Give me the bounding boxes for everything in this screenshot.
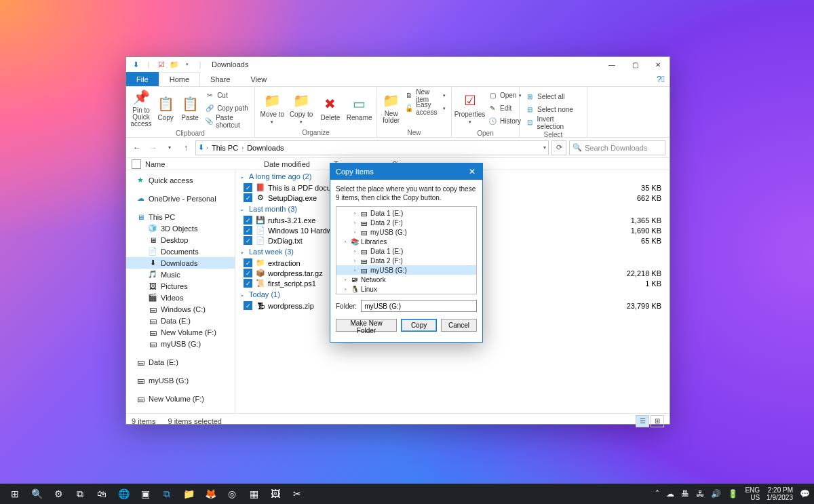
tree-node[interactable]: ›🖴myUSB (G:) [336,265,476,275]
search-input[interactable]: 🔍 Search Downloads [569,140,665,155]
new-item-button[interactable]: 🗎New item▾ [404,90,447,101]
tree-node[interactable]: ›🖴Data 1 (E:) [336,208,476,218]
nav-downloads[interactable]: ⬇Downloads [126,257,235,269]
close-button[interactable]: ✕ [646,57,670,72]
file-checkbox[interactable]: ✓ [244,269,252,277]
tree-node[interactable]: ›📚Libraries [336,237,476,246]
chrome-button[interactable]: ◎ [221,484,243,504]
taskview-button[interactable]: ⧉ [69,484,91,504]
titlebar[interactable]: ⬇ | ☑ 📁 ▾ | Downloads — ▢ ✕ [126,57,670,72]
qat-down-icon[interactable]: ⬇ [130,58,142,71]
tray-network-icon[interactable]: 🖧 [696,489,704,499]
expand-icon[interactable]: › [342,239,349,245]
nav-quick-access[interactable]: ★Quick access [126,174,235,186]
delete-button[interactable]: ✖Delete [316,88,345,128]
file-checkbox[interactable]: ✓ [244,301,252,310]
tab-home[interactable]: Home [159,72,200,86]
recent-button[interactable]: ▾ [163,141,176,155]
col-name[interactable]: Name [145,160,264,168]
file-checkbox[interactable]: ✓ [244,216,252,225]
tree-node[interactable]: ›🖳Network [336,275,476,284]
nav-onedrive[interactable]: ☁OneDrive - Personal [126,193,235,204]
make-new-folder-button[interactable]: Make New Folder [336,319,397,332]
back-button[interactable]: ← [130,141,144,155]
paste-shortcut-button[interactable]: 📎Paste shortcut [204,115,250,127]
nav-data-e[interactable]: 🖴Data (E:) [126,356,235,368]
copy-button[interactable]: 📋Copy [153,88,178,128]
expand-icon[interactable]: › [351,210,358,216]
view-details-button[interactable]: ☰ [636,415,649,427]
folder-tree[interactable]: ›🖴Data 1 (E:)›🖴Data 2 (F:)›🖴myUSB (G:)›📚… [336,206,477,294]
expand-icon[interactable]: › [342,277,349,283]
qat-dd-icon[interactable]: ▾ [181,58,193,71]
expand-icon[interactable]: › [351,220,358,226]
dialog-titlebar[interactable]: Copy Items ✕ [330,163,482,180]
tray-battery-icon[interactable]: 🔋 [728,489,738,499]
rename-button[interactable]: ▭Rename [345,88,374,128]
crumb-this-pc[interactable]: This PC [210,144,239,152]
store-button[interactable]: 🛍 [91,484,113,504]
tree-node[interactable]: ›🖴Data 2 (F:) [336,218,476,227]
paste-button[interactable]: 📋Paste [178,88,202,128]
start-button[interactable]: ⊞ [4,484,26,504]
file-checkbox[interactable]: ✓ [244,226,252,235]
search-button[interactable]: 🔍 [26,484,47,504]
view-large-button[interactable]: ⊞ [651,415,664,427]
app-button[interactable]: ▦ [243,484,265,504]
terminal-button[interactable]: ▣ [134,484,156,504]
file-checkbox[interactable]: ✓ [244,193,252,202]
tree-node[interactable]: ›🐧Linux [336,284,476,294]
tree-node[interactable]: ›🖴myUSB (G:) [336,227,476,237]
expand-icon[interactable]: › [351,267,358,273]
nav-3d-objects[interactable]: 🧊3D Objects [126,222,235,234]
settings-button[interactable]: ⚙ [47,484,69,504]
explorer-button[interactable]: 📁 [178,484,199,504]
dialog-close-button[interactable]: ✕ [462,167,482,176]
nav-pictures[interactable]: 🖼Pictures [126,280,235,292]
invert-selection-button[interactable]: ⊡Invert selection [524,117,583,128]
qat-check-icon[interactable]: ☑ [155,58,168,71]
tree-node[interactable]: ›🖴Data 1 (E:) [336,246,476,256]
tree-node[interactable]: ›🖴Data 2 (F:) [336,256,476,265]
nav-videos[interactable]: 🎬Videos [126,292,235,303]
minimize-button[interactable]: — [600,57,623,72]
copy-path-button[interactable]: 🔗Copy path [204,102,250,114]
tray-chevron-icon[interactable]: ˄ [655,489,659,499]
expand-icon[interactable]: › [351,258,358,264]
tab-file[interactable]: File [126,72,159,86]
nav-myusb-g-[interactable]: 🖴myUSB (G:) [126,338,235,349]
nav-newvol[interactable]: 🖴New Volume (F:) [126,393,235,404]
nav-myusb[interactable]: 🖴myUSB (G:) [126,374,235,386]
file-checkbox[interactable]: ✓ [244,258,252,267]
tray-clock[interactable]: 2:20 PM1/9/2023 [767,486,793,501]
col-date[interactable]: Date modified [264,160,334,168]
edge-button[interactable]: 🌐 [113,484,134,504]
select-all-button[interactable]: ⊞Select all [524,91,583,102]
nav-network[interactable]: 🖧Network [126,411,235,413]
nav-new-volume-f-[interactable]: 🖴New Volume (F:) [126,326,235,338]
tray-language[interactable]: ENGUS [745,486,760,501]
expand-icon[interactable]: › [351,248,358,254]
path-dropdown-icon[interactable]: ▾ [543,144,546,151]
tab-share[interactable]: Share [200,72,240,86]
refresh-button[interactable]: ⟳ [551,140,566,155]
nav-this-pc[interactable]: 🖥This PC [126,211,235,222]
new-folder-button[interactable]: 📁New folder [380,88,402,128]
tab-view[interactable]: View [240,72,277,86]
tray-volume-icon[interactable]: 🔊 [711,489,721,499]
nav-music[interactable]: 🎵Music [126,269,235,280]
move-to-button[interactable]: 📁Move to▾ [258,88,287,128]
nav-windows-c-[interactable]: 🖴Windows (C:) [126,303,235,315]
folder-input[interactable] [361,300,477,312]
file-checkbox[interactable]: ✓ [244,236,252,245]
forward-button[interactable]: → [147,141,160,155]
nav-data-e-[interactable]: 🖴Data (E:) [126,315,235,326]
tray-onedrive-icon[interactable]: ☁ [666,489,674,499]
firefox-button[interactable]: 🦊 [199,484,221,504]
crumb-downloads[interactable]: Downloads [246,144,285,152]
snip-button[interactable]: ✂ [286,484,308,504]
edit-button[interactable]: ✎Edit [486,102,523,114]
maximize-button[interactable]: ▢ [623,57,646,72]
history-button[interactable]: 🕓History [486,115,523,127]
copy-confirm-button[interactable]: Copy [401,319,437,332]
